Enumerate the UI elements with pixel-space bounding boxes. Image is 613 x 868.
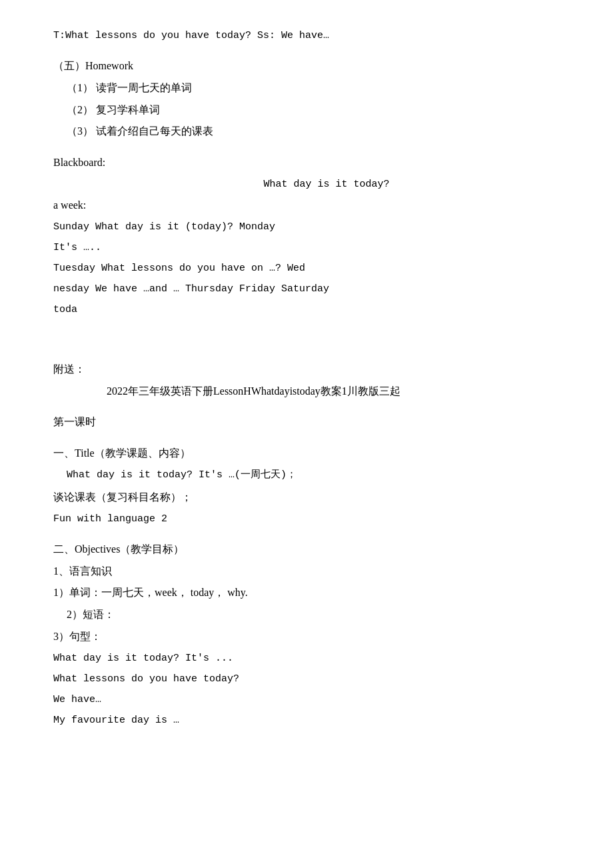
title-content: What day is it today? It's …(一周七天)； bbox=[53, 466, 560, 484]
its-line: It's ….. bbox=[53, 239, 560, 257]
toda-line: toda bbox=[53, 301, 560, 319]
nesday-saturday-line: nesday We have …and … Thursday Friday Sa… bbox=[53, 280, 560, 298]
phrase-label: 2）短语： bbox=[53, 605, 560, 625]
a-week-label: a week: bbox=[53, 196, 560, 215]
fun-language: Fun with language 2 bbox=[53, 510, 560, 528]
section-one-label: 一、Title（教学课题、内容） bbox=[53, 444, 560, 463]
sentence-label: 3）句型： bbox=[53, 627, 560, 647]
tuesday-wed-line: Tuesday What lessons do you have on …? W… bbox=[53, 259, 560, 277]
sentence-1: What day is it today? It's ... bbox=[53, 649, 560, 667]
line-teacher-question: T:What lessons do you have today? Ss: We… bbox=[53, 27, 560, 45]
first-lesson-label: 第一课时 bbox=[53, 413, 560, 432]
vocab-label: 1）单词：一周七天，week， today， why. bbox=[53, 583, 560, 603]
tantan-label: 谈论课表（复习科目名称）； bbox=[53, 488, 560, 507]
sentence-4: My favourite day is … bbox=[53, 711, 560, 729]
section-two-label: 二、Objectives（教学目标） bbox=[53, 540, 560, 559]
sunday-monday-line: Sunday What day is it (today)? Monday bbox=[53, 218, 560, 236]
blackboard-label: Blackboard: bbox=[53, 153, 560, 173]
attached-label: 附送： bbox=[53, 360, 560, 379]
blackboard-question: What day is it today? bbox=[53, 175, 560, 193]
lang-knowledge-label: 1、语言知识 bbox=[53, 562, 560, 581]
sentence-2: What lessons do you have today? bbox=[53, 670, 560, 688]
homework-item-2: （2） 复习学科单词 bbox=[53, 101, 560, 120]
document-body: T:What lessons do you have today? Ss: We… bbox=[53, 27, 560, 729]
homework-item-1: （1） 读背一周七天的单词 bbox=[53, 79, 560, 98]
section-five-label: （五）Homework bbox=[53, 57, 560, 76]
sentence-3: We have… bbox=[53, 691, 560, 709]
attached-title: 2022年三年级英语下册LessonHWhatdayistoday教案1川教版三… bbox=[53, 382, 560, 401]
homework-item-3: （3） 试着介绍自己每天的课表 bbox=[53, 122, 560, 141]
